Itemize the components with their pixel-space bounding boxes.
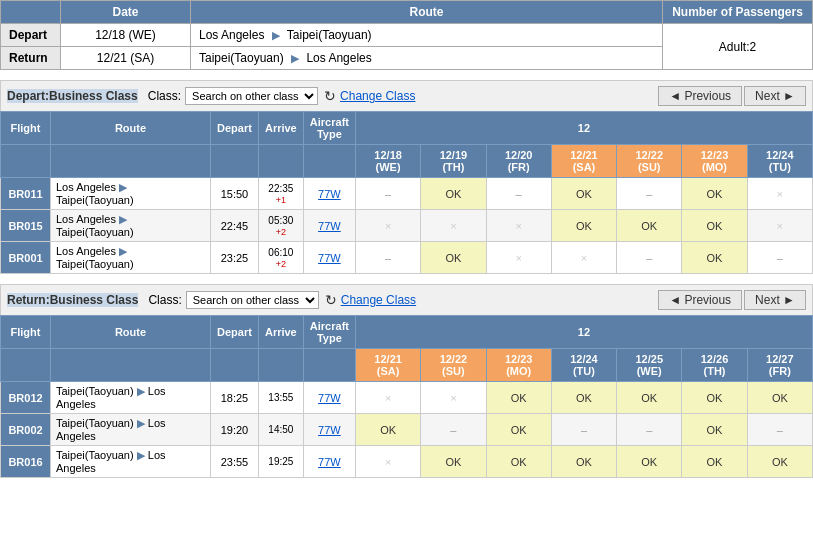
- availability-cell[interactable]: OK: [421, 178, 486, 210]
- aircraft-type[interactable]: 77W: [303, 210, 355, 242]
- aircraft-type[interactable]: 77W: [303, 446, 355, 478]
- flight-number: BR002: [1, 414, 51, 446]
- table-row: BR001 Los Angeles ▶ Taipei(Taoyuan) 23:2…: [1, 242, 813, 274]
- availability-cell: ×: [421, 210, 486, 242]
- availability-cell[interactable]: OK: [421, 242, 486, 274]
- passengers-cell: Adult:2: [663, 24, 813, 70]
- th-flight-return: Flight: [1, 316, 51, 349]
- availability-cell[interactable]: OK: [617, 382, 682, 414]
- return-next-button[interactable]: Next ►: [744, 290, 806, 310]
- availability-cell: –: [421, 414, 486, 446]
- return-change-class-button[interactable]: Change Class: [341, 293, 416, 307]
- th-arrive-time: Arrive: [258, 112, 303, 145]
- availability-cell: –: [617, 414, 682, 446]
- availability-cell: –: [617, 178, 682, 210]
- arrive-time: 06:10+2: [258, 242, 303, 274]
- availability-cell[interactable]: OK: [421, 446, 486, 478]
- summary-header-empty: [1, 1, 61, 24]
- flight-number: BR012: [1, 382, 51, 414]
- table-row: BR015 Los Angeles ▶ Taipei(Taoyuan) 22:4…: [1, 210, 813, 242]
- aircraft-type[interactable]: 77W: [303, 178, 355, 210]
- availability-cell[interactable]: OK: [682, 242, 747, 274]
- th-route-return: Route: [51, 316, 211, 349]
- flight-number: BR011: [1, 178, 51, 210]
- rth-date-1224: 12/24(TU): [551, 349, 616, 382]
- arrive-time: 13:55: [258, 382, 303, 414]
- aircraft-type[interactable]: 77W: [303, 242, 355, 274]
- availability-cell: ×: [355, 446, 420, 478]
- depart-refresh-button[interactable]: ↻: [324, 88, 336, 104]
- availability-cell: ×: [486, 210, 551, 242]
- depart-class-select[interactable]: Search on other class: [185, 87, 318, 105]
- rth-date-1226: 12/26(TH): [682, 349, 747, 382]
- th-arrive-return: Arrive: [258, 316, 303, 349]
- flight-number: BR001: [1, 242, 51, 274]
- availability-cell[interactable]: OK: [486, 382, 551, 414]
- class-label-depart: Class:: [148, 89, 181, 103]
- return-refresh-button[interactable]: ↻: [325, 292, 337, 308]
- rth-empty3: [211, 349, 259, 382]
- rth-date-1223: 12/23(MO): [486, 349, 551, 382]
- depart-next-button[interactable]: Next ►: [744, 86, 806, 106]
- table-row: BR012 Taipei(Taoyuan) ▶ Los Angeles 18:2…: [1, 382, 813, 414]
- depart-label: Depart: [1, 24, 61, 47]
- availability-cell[interactable]: OK: [617, 446, 682, 478]
- arrive-time: 22:35+1: [258, 178, 303, 210]
- availability-cell[interactable]: OK: [682, 446, 747, 478]
- availability-cell[interactable]: OK: [355, 414, 420, 446]
- flight-route: Los Angeles ▶ Taipei(Taoyuan): [51, 178, 211, 210]
- availability-cell: –: [617, 242, 682, 274]
- availability-cell[interactable]: OK: [617, 210, 682, 242]
- rth-empty1: [1, 349, 51, 382]
- availability-cell[interactable]: OK: [551, 382, 616, 414]
- flight-route: Taipei(Taoyuan) ▶ Los Angeles: [51, 446, 211, 478]
- return-prev-button[interactable]: ◄ Previous: [658, 290, 742, 310]
- th-empty1: [1, 145, 51, 178]
- availability-cell: ×: [355, 210, 420, 242]
- th-date-1222: 12/22(SU): [617, 145, 682, 178]
- return-nav-buttons: ◄ Previous Next ►: [658, 290, 806, 310]
- return-flight-table: Flight Route Depart Arrive Aircraft Type…: [0, 315, 813, 478]
- rth-empty2: [51, 349, 211, 382]
- aircraft-type[interactable]: 77W: [303, 382, 355, 414]
- th-date-1219: 12/19(TH): [421, 145, 486, 178]
- availability-cell[interactable]: OK: [486, 446, 551, 478]
- rth-date-1221: 12/21(SA): [355, 349, 420, 382]
- rth-empty4: [258, 349, 303, 382]
- depart-date: 12/18 (WE): [61, 24, 191, 47]
- availability-cell[interactable]: OK: [747, 382, 812, 414]
- depart-change-class-button[interactable]: Change Class: [340, 89, 415, 103]
- th-depart-time: Depart: [211, 112, 259, 145]
- availability-cell: –: [551, 414, 616, 446]
- rth-date-1222: 12/22(SU): [421, 349, 486, 382]
- flight-number: BR015: [1, 210, 51, 242]
- availability-cell[interactable]: OK: [682, 178, 747, 210]
- aircraft-type[interactable]: 77W: [303, 414, 355, 446]
- th-empty4: [258, 145, 303, 178]
- availability-cell[interactable]: OK: [551, 178, 616, 210]
- th-date-1218: 12/18(WE): [355, 145, 420, 178]
- depart-time: 22:45: [211, 210, 259, 242]
- availability-cell[interactable]: OK: [682, 414, 747, 446]
- availability-cell[interactable]: OK: [747, 446, 812, 478]
- return-section-title: Return:Business Class: [7, 293, 138, 307]
- return-date: 12/21 (SA): [61, 47, 191, 70]
- availability-cell: ×: [421, 382, 486, 414]
- flight-route: Los Angeles ▶ Taipei(Taoyuan): [51, 242, 211, 274]
- depart-flight-table: Flight Route Depart Arrive Aircraft Type…: [0, 111, 813, 274]
- arrive-time: 14:50: [258, 414, 303, 446]
- rth-empty5: [303, 349, 355, 382]
- th-empty3: [211, 145, 259, 178]
- return-class-select[interactable]: Search on other class: [186, 291, 319, 309]
- availability-cell: –: [747, 242, 812, 274]
- availability-cell[interactable]: OK: [551, 446, 616, 478]
- depart-prev-button[interactable]: ◄ Previous: [658, 86, 742, 106]
- availability-cell: –: [486, 178, 551, 210]
- availability-cell[interactable]: OK: [682, 210, 747, 242]
- availability-cell[interactable]: OK: [682, 382, 747, 414]
- th-aircraft-return: Aircraft Type: [303, 316, 355, 349]
- summary-header-passengers: Number of Passengers: [663, 1, 813, 24]
- availability-cell[interactable]: OK: [486, 414, 551, 446]
- availability-cell[interactable]: OK: [551, 210, 616, 242]
- th-date-1224: 12/24(TU): [747, 145, 812, 178]
